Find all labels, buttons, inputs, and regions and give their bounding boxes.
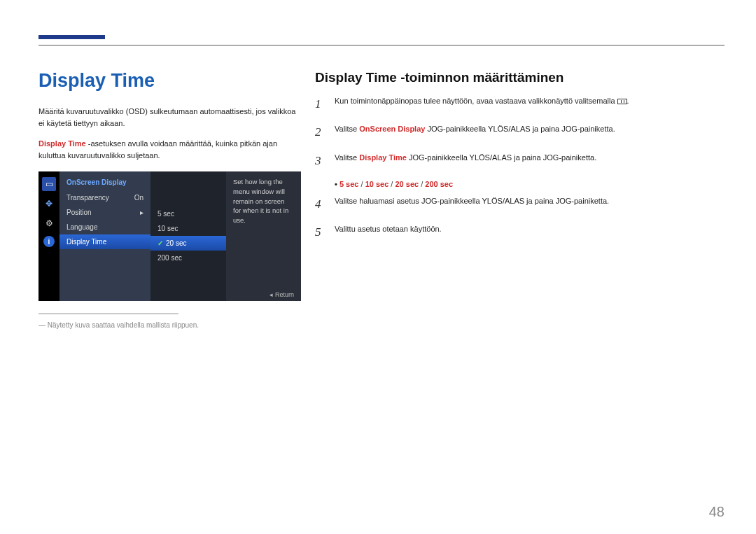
osd-opt-200sec: 200 sec (150, 251, 226, 265)
step-number-2: 2 (315, 123, 325, 141)
monitor-icon: ▭ (42, 177, 56, 191)
page-number: 48 (709, 504, 724, 520)
right-title: Display Time -toiminnon määrittäminen (315, 70, 714, 85)
onscreen-display-keyword: OnScreen Display (359, 125, 425, 133)
header-accent-bar (38, 35, 105, 39)
osd-description: Set how long the menu window will remain… (226, 171, 301, 301)
footnote-divider (38, 314, 178, 314)
step-number-1: 1 (315, 95, 325, 113)
gear-icon: ⚙ (42, 216, 56, 230)
intro-paragraph-1: Määritä kuvaruutuvalikko (OSD) sulkeutum… (38, 106, 301, 129)
step-1-body: Kun toimintonäppäinopas tulee näyttöön, … (335, 95, 714, 113)
osd-row-language: Language (59, 220, 150, 234)
osd-return-label: Return (270, 291, 294, 298)
section-title: Display Time (38, 70, 301, 92)
intro-paragraph-2: Display Time -asetuksen avulla voidaan m… (38, 138, 301, 162)
step-5-body: Valittu asetus otetaan käyttöön. (335, 223, 714, 241)
step-4: 4 Valitse haluamasi asetus JOG-painikkee… (315, 195, 714, 213)
step-number-4: 4 (315, 195, 325, 213)
move-icon: ✥ (42, 197, 56, 211)
header-divider (38, 45, 724, 45)
osd-opt-10sec: 10 sec (150, 221, 226, 236)
osd-sidebar-icons: ▭ ✥ ⚙ i (38, 171, 59, 301)
display-time-keyword: Display Time (38, 139, 86, 148)
left-column: Display Time Määritä kuvaruutuvalikko (O… (38, 70, 301, 329)
step-number-3: 3 (315, 152, 325, 170)
right-column: Display Time -toiminnon määrittäminen 1 … (315, 70, 714, 252)
info-icon: i (43, 236, 55, 247)
footnote-text: Näytetty kuva saattaa vaihdella mallista… (38, 321, 301, 329)
step-2: 2 Valitse OnScreen Display JOG-painikkee… (315, 123, 714, 141)
display-time-keyword-2: Display Time (359, 153, 407, 162)
osd-main-menu: OnScreen Display Transparency On Positio… (59, 171, 150, 301)
step-2-body: Valitse OnScreen Display JOG-painikkeell… (335, 123, 714, 141)
step-3: 3 Valitse Display Time JOG-painikkeella … (315, 152, 714, 170)
step-4-body: Valitse haluamasi asetus JOG-painikkeell… (335, 195, 714, 213)
step-number-5: 5 (315, 223, 325, 241)
osd-screenshot: ▭ ✥ ⚙ i OnScreen Display Transparency On… (38, 171, 301, 301)
step-5: 5 Valittu asetus otetaan käyttöön. (315, 223, 714, 241)
osd-opt-5sec: 5 sec (150, 206, 226, 221)
options-list: • 5 sec / 10 sec / 20 sec / 200 sec (335, 180, 714, 188)
osd-opt-20sec: 20 sec (150, 236, 226, 251)
osd-row-transparency: Transparency On (59, 190, 150, 205)
osd-row-display-time: Display Time (59, 234, 150, 249)
step-1: 1 Kun toimintonäppäinopas tulee näyttöön… (315, 95, 714, 113)
osd-row-position: Position ▸ (59, 205, 150, 220)
osd-submenu: 5 sec 10 sec 20 sec 200 sec (150, 171, 226, 301)
menu-icon (617, 99, 627, 104)
osd-menu-title: OnScreen Display (59, 176, 150, 190)
step-3-body: Valitse Display Time JOG-painikkeella YL… (335, 152, 714, 170)
